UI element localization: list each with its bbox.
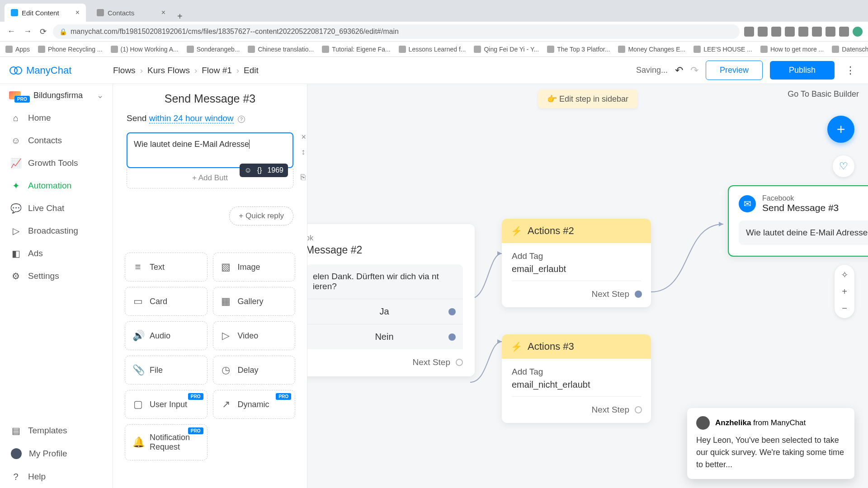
publish-button[interactable]: Publish xyxy=(770,61,835,80)
content-type-file[interactable]: 📎File xyxy=(125,356,208,385)
sidebar-item-ads[interactable]: ◧Ads xyxy=(0,242,113,265)
bookmark[interactable]: Chinese translatio... xyxy=(248,46,314,53)
pro-badge: PRO xyxy=(276,393,291,400)
sidebar-item-templates[interactable]: ▤Templates xyxy=(0,419,113,442)
pro-badge: PRO xyxy=(188,393,203,400)
help-icon: ? xyxy=(11,472,21,482)
message-input[interactable]: Wie lautet deine E-Mail Adresse ☺ {} 196… xyxy=(127,132,293,168)
bookmark[interactable]: Sonderangeb... xyxy=(187,46,240,53)
sidebar-item-broadcasting[interactable]: ▷Broadcasting xyxy=(0,220,113,242)
bookmark[interactable]: The Top 3 Platfor... xyxy=(547,46,610,53)
send-window-link[interactable]: within 24 hour window xyxy=(149,113,234,123)
url-input[interactable]: 🔒 manychat.com/fb198150208192061/cms/fil… xyxy=(53,24,740,39)
content-type-dynamic[interactable]: ↗DynamicPRO xyxy=(213,390,296,419)
favorite-fab[interactable]: ♡ xyxy=(833,155,854,177)
fit-icon[interactable]: ✧ xyxy=(841,269,849,280)
bookmark[interactable]: How to get more ... xyxy=(760,46,824,53)
quick-reply-button[interactable]: + Quick reply xyxy=(229,206,293,225)
workspace-selector[interactable]: PRO Bildungsfirma ⌄ xyxy=(0,84,113,107)
node-title: Actions #3 xyxy=(528,341,574,352)
bookmark[interactable]: Lessons Learned f... xyxy=(399,46,466,53)
sidebar-item-settings[interactable]: ⚙Settings xyxy=(0,265,113,287)
sidebar-item-livechat[interactable]: 💬Live Chat xyxy=(0,197,113,220)
bookmark[interactable]: LEE'S HOUSE ... xyxy=(693,46,752,53)
extension-icon[interactable] xyxy=(839,27,849,37)
connector-dot[interactable] xyxy=(448,308,456,315)
tab-contacts[interactable]: Contacts × xyxy=(90,4,172,22)
survey-popup[interactable]: Anzhelika from ManyChat Hey Leon, You've… xyxy=(687,408,854,479)
tab-favicon xyxy=(97,9,104,16)
new-tab-button[interactable]: + xyxy=(172,11,188,22)
info-icon[interactable]: ? xyxy=(238,116,245,123)
extension-icon[interactable] xyxy=(826,27,835,37)
zoom-in-icon[interactable]: + xyxy=(842,286,847,297)
profile-avatar[interactable] xyxy=(853,27,863,37)
content-type-card[interactable]: ▭Card xyxy=(125,287,208,316)
undo-icon[interactable]: ↶ xyxy=(675,65,683,76)
sidebar-item-contacts[interactable]: ☺Contacts xyxy=(0,129,113,152)
bookmark[interactable]: (1) How Working A... xyxy=(111,46,179,53)
sidebar-item-growth[interactable]: 📈Growth Tools xyxy=(0,152,113,174)
tab-edit-content[interactable]: Edit Content × xyxy=(5,4,86,22)
content-type-image[interactable]: ▧Image xyxy=(213,253,296,282)
variable-icon[interactable]: {} xyxy=(257,166,262,174)
connector-dot[interactable] xyxy=(456,359,463,366)
brand-logo[interactable]: ManyChat xyxy=(9,64,113,77)
close-icon[interactable]: × xyxy=(75,9,80,17)
flow-canvas[interactable]: 👉 Edit step in sidebar Go To Basic Build… xyxy=(307,84,868,488)
breadcrumb-item[interactable]: Flows xyxy=(113,66,136,75)
node-body: elen Dank. Dürften wir dich via nt ieren… xyxy=(307,264,463,299)
back-icon[interactable]: ← xyxy=(5,27,17,36)
close-icon[interactable]: × xyxy=(301,132,306,142)
connector-dot[interactable] xyxy=(635,406,642,413)
preview-button[interactable]: Preview xyxy=(706,61,763,80)
forward-icon[interactable]: → xyxy=(22,27,33,36)
zoom-out-icon[interactable]: − xyxy=(842,303,847,314)
content-type-gallery[interactable]: ▦Gallery xyxy=(213,287,296,316)
emoji-icon[interactable]: ☺ xyxy=(244,166,251,174)
bookmark[interactable]: Qing Fei De Yi - Y... xyxy=(474,46,539,53)
bookmark[interactable]: Tutorial: Eigene Fa... xyxy=(322,46,390,53)
content-type-userinput[interactable]: ▢User InputPRO xyxy=(125,390,208,419)
sidebar-item-home[interactable]: ⌂Home xyxy=(0,107,113,129)
more-menu-icon[interactable]: ⋮ xyxy=(842,65,859,76)
copy-icon[interactable]: ⎘ xyxy=(301,173,306,182)
save-status: Saving... xyxy=(636,66,668,75)
extension-icon[interactable] xyxy=(785,27,795,37)
resize-icon[interactable]: ↕ xyxy=(301,147,306,157)
flow-node-actions3[interactable]: ⚡Actions #3 Add Tag email_nicht_erlaubt … xyxy=(502,334,651,423)
content-type-video[interactable]: ▷Video xyxy=(213,321,296,350)
flow-node-actions2[interactable]: ⚡Actions #2 Add Tag email_erlaubt Next S… xyxy=(502,219,651,307)
extension-icon[interactable] xyxy=(771,27,781,37)
add-step-fab[interactable]: + xyxy=(827,116,854,143)
close-icon[interactable]: × xyxy=(161,9,165,17)
content-type-delay[interactable]: ◷Delay xyxy=(213,356,296,385)
breadcrumb-item[interactable]: Kurs Flows xyxy=(147,66,190,75)
node-option-nein[interactable]: Nein xyxy=(307,324,463,349)
connector-dot[interactable] xyxy=(448,333,456,341)
content-type-text[interactable]: ≡Text xyxy=(125,253,208,282)
flow-node-message2[interactable]: ok Message #2 elen Dank. Dürften wir dic… xyxy=(307,224,475,376)
avatar xyxy=(696,416,710,430)
extension-icon[interactable] xyxy=(758,27,768,37)
bookmark[interactable]: Phone Recycling ... xyxy=(38,46,103,53)
content-type-notification[interactable]: 🔔Notification RequestPRO xyxy=(125,424,208,460)
breadcrumb-item[interactable]: Flow #1 xyxy=(202,66,232,75)
edit-sidebar-hint[interactable]: 👉 Edit step in sidebar xyxy=(538,89,637,108)
sidebar-item-help[interactable]: ?Help xyxy=(0,465,113,488)
extension-icon[interactable] xyxy=(744,27,754,37)
sidebar-item-profile[interactable]: My Profile xyxy=(0,442,113,465)
extension-icon[interactable] xyxy=(812,27,822,37)
node-option-ja[interactable]: Ja xyxy=(307,299,463,324)
bookmark[interactable]: Datenschutz - Y... xyxy=(832,46,868,53)
flow-node-message3[interactable]: ✉ Facebook Send Message #3 Wie lautet de… xyxy=(728,185,868,257)
goto-basic-builder[interactable]: Go To Basic Builder xyxy=(788,89,859,99)
audio-icon: 🔊 xyxy=(132,330,143,342)
bookmark[interactable]: Apps xyxy=(5,46,30,53)
sidebar-item-automation[interactable]: ✦Automation xyxy=(0,174,113,197)
content-type-audio[interactable]: 🔊Audio xyxy=(125,321,208,350)
reload-icon[interactable]: ⟳ xyxy=(38,27,48,37)
connector-dot[interactable] xyxy=(635,291,642,298)
bookmark[interactable]: Money Changes E... xyxy=(618,46,685,53)
extension-icon[interactable] xyxy=(798,27,808,37)
